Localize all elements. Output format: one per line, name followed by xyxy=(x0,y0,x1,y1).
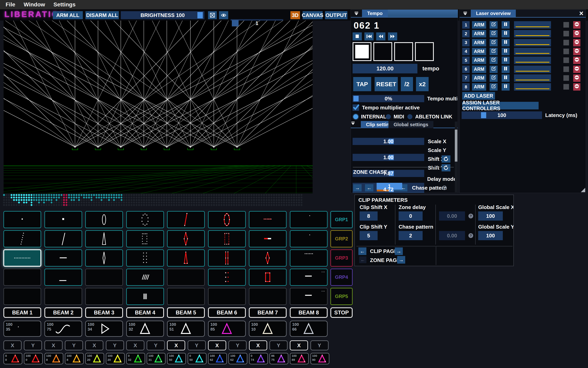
scrollbar-thumb[interactable] xyxy=(455,129,457,162)
clip-page-next-button[interactable]: → xyxy=(395,247,403,255)
clip-cell-r2c4[interactable] xyxy=(126,230,164,247)
laser-remove-button[interactable] xyxy=(573,66,580,73)
axis-button-11-x[interactable]: X xyxy=(208,340,226,350)
field-value-zone-delay[interactable]: 0 xyxy=(399,212,423,221)
group-button-grp4[interactable]: GRP4 xyxy=(331,269,353,286)
preview-visibility-button[interactable] xyxy=(219,11,228,19)
mini-clip-2[interactable]: 1000 xyxy=(24,353,43,364)
chase-pattern-right-button[interactable]: → xyxy=(353,184,362,191)
laser-remove-button[interactable] xyxy=(573,39,580,46)
laser-pause-button[interactable] xyxy=(502,30,510,37)
field-value-global-scale-x[interactable]: 100 xyxy=(478,212,503,221)
preview-cell-5[interactable]: 10051 xyxy=(167,321,205,337)
axis-button-2-y[interactable]: Y xyxy=(24,340,42,350)
clip-cell-r3c7[interactable] xyxy=(249,249,287,267)
mini-clip-16[interactable]: 10090 xyxy=(310,353,329,364)
panel-collapse-icon[interactable] xyxy=(459,9,471,17)
mini-clip-7[interactable]: 032 xyxy=(126,353,145,364)
clip-cell-r2c7[interactable] xyxy=(249,230,287,247)
help-icon[interactable]: ? xyxy=(468,213,474,220)
mini-clip-1[interactable]: 00 xyxy=(3,353,22,364)
clip-cell-r1c8[interactable] xyxy=(290,211,328,228)
laser-arm-button[interactable]: ARM xyxy=(472,83,486,91)
axis-button-7-x[interactable]: X xyxy=(126,340,144,350)
clip-cell-r1c5[interactable] xyxy=(167,211,205,228)
clip-cell-r5c5[interactable] xyxy=(167,288,205,305)
laser-intensity-bar[interactable] xyxy=(514,21,551,29)
axis-button-8-y[interactable]: Y xyxy=(147,340,165,350)
tempo-multiplier-handle[interactable] xyxy=(353,96,358,101)
reset-shift-x-button[interactable] xyxy=(441,155,450,163)
clip-options-icon[interactable]: ... xyxy=(322,269,325,273)
assign-laser-controllers-button[interactable]: ASSIGN LASER CONTROLLERS xyxy=(462,102,539,109)
zone-page-prev-button[interactable]: ← xyxy=(359,256,366,263)
axis-button-13-x[interactable]: X xyxy=(249,340,267,350)
stop-button[interactable]: STOP xyxy=(331,307,353,318)
field-value-chase-pattern[interactable]: 2 xyxy=(399,231,423,240)
axis-button-3-x[interactable]: X xyxy=(44,340,63,350)
laser-remove-button[interactable] xyxy=(573,21,580,29)
slider-scale-y[interactable]: 1.00 xyxy=(353,154,424,161)
clip-cell-r3c1[interactable] xyxy=(3,249,41,267)
canvas-view-button[interactable]: CANVAS xyxy=(303,11,323,19)
arm-all-button[interactable]: ARM ALL xyxy=(53,11,83,19)
clip-cell-r4c1[interactable] xyxy=(3,269,41,286)
mini-clip-13[interactable]: 074 xyxy=(249,353,268,364)
clip-cell-r3c4[interactable] xyxy=(126,249,164,267)
sync-option-internal[interactable]: INTERNAL xyxy=(353,114,386,120)
clip-cell-r1c3[interactable] xyxy=(85,211,123,228)
radio-unselected-icon[interactable] xyxy=(386,114,391,119)
field-value-global-scale-y[interactable]: 100 xyxy=(478,231,503,240)
laser-edit-button[interactable] xyxy=(490,21,498,29)
help-icon[interactable]: ? xyxy=(468,233,474,239)
field-value-clip-shift-x[interactable]: 8 xyxy=(360,212,377,221)
blackout-button[interactable] xyxy=(208,11,217,19)
preview-cell-1[interactable]: 10035 xyxy=(3,321,41,337)
panel-collapse-icon[interactable] xyxy=(351,9,362,17)
laser-intensity-bar[interactable] xyxy=(514,39,551,46)
axis-button-4-y[interactable]: Y xyxy=(65,340,83,350)
laser-color-swatch[interactable] xyxy=(563,49,569,54)
tap-button[interactable]: TAP xyxy=(353,77,371,91)
beam-button-6[interactable]: BEAM 6 xyxy=(208,307,246,318)
tempo-multiplier-slider[interactable]: 0% xyxy=(353,95,424,102)
clip-cell-r2c2[interactable] xyxy=(44,230,82,247)
laser-pause-button[interactable] xyxy=(502,83,510,91)
chase-pattern-left-button[interactable]: ← xyxy=(365,184,373,191)
clip-cell-r2c6[interactable] xyxy=(208,230,246,247)
laser-intensity-bar[interactable] xyxy=(514,83,551,91)
field-value-clip-shift-y[interactable]: 5 xyxy=(360,231,377,240)
laser-intensity-bar[interactable] xyxy=(514,48,551,55)
laser-edit-button[interactable] xyxy=(490,30,498,37)
laser-intensity-bar[interactable] xyxy=(514,57,551,64)
beam-button-4[interactable]: BEAM 4 xyxy=(126,307,164,318)
clip-cell-r5c8[interactable]: ... xyxy=(290,288,328,305)
clip-cell-r3c3[interactable] xyxy=(85,249,123,267)
laser-overview-header[interactable]: Laser overview × xyxy=(459,9,586,18)
mini-clip-4[interactable]: 1008 xyxy=(65,353,84,364)
clip-cell-r4c4[interactable] xyxy=(126,269,164,286)
clip-cell-r5c6[interactable] xyxy=(208,288,246,305)
clip-cell-r4c5[interactable] xyxy=(167,269,205,286)
brightness-slider[interactable]: BRIGHTNESS 100 xyxy=(121,11,204,19)
axis-button-9-x[interactable]: X xyxy=(167,340,185,350)
latency-handle[interactable] xyxy=(481,112,486,118)
laser-color-swatch[interactable] xyxy=(563,66,569,72)
mini-clip-14[interactable]: 8675 xyxy=(269,353,288,364)
preview-cell-6[interactable]: 10085 xyxy=(208,321,246,337)
add-laser-button[interactable]: ADD LASER xyxy=(462,92,495,100)
menu-settings[interactable]: Settings xyxy=(53,1,75,8)
beam-button-3[interactable]: BEAM 3 xyxy=(85,307,123,318)
clip-cell-r2c1[interactable] xyxy=(3,230,41,247)
group-button-grp3[interactable]: GRP3 xyxy=(331,249,353,267)
laser-intensity-bar[interactable] xyxy=(514,66,551,73)
laser-arm-button[interactable]: ARM xyxy=(472,48,486,55)
preview-cell-8[interactable]: 10066 xyxy=(290,321,328,337)
clip-cell-r1c4[interactable] xyxy=(126,211,164,228)
clip-page-prev-button[interactable]: ← xyxy=(358,247,366,255)
axis-button-14-y[interactable]: Y xyxy=(269,340,288,350)
clip-cell-r1c6[interactable] xyxy=(208,211,246,228)
preview-scale-handle[interactable] xyxy=(232,20,239,26)
laser-pause-button[interactable] xyxy=(502,74,510,82)
clip-cell-r2c3[interactable] xyxy=(85,230,123,247)
